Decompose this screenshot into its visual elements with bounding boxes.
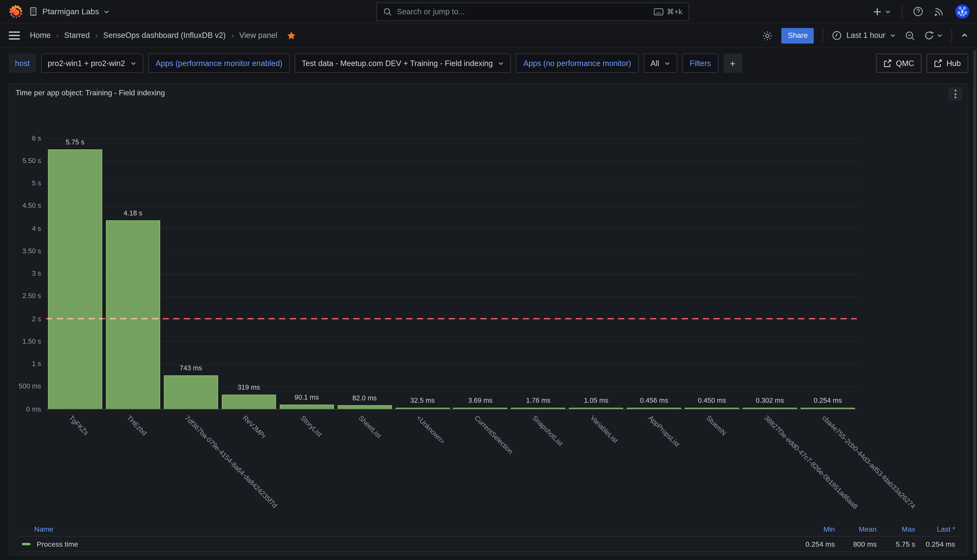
chart-legend: Name Min Mean Max Last * Process time 0.… — [19, 522, 959, 552]
bar[interactable] — [164, 375, 218, 409]
bar[interactable] — [395, 407, 450, 409]
bar[interactable] — [106, 220, 160, 409]
breadcrumb-bar: Home › Starred › SenseOps dashboard (Inf… — [0, 23, 977, 48]
legend-name-header[interactable]: Name — [34, 525, 54, 533]
series-color-swatch — [22, 543, 30, 545]
host-variable-dropdown[interactable]: pro2-win1 + pro2-win2 — [41, 53, 143, 73]
refresh-icon — [924, 30, 934, 40]
bar[interactable] — [511, 408, 565, 409]
breadcrumb-starred[interactable]: Starred — [64, 31, 90, 40]
bar-value-label: 1.76 ms — [510, 397, 566, 404]
help-icon — [913, 6, 923, 17]
org-switcher[interactable]: Ptarmigan Labs — [28, 7, 110, 16]
x-axis-label: StoryList — [299, 414, 324, 438]
qmc-link-button[interactable]: QMC — [876, 53, 922, 73]
nav-divider — [902, 5, 902, 18]
bar[interactable] — [222, 395, 276, 409]
rss-icon — [934, 6, 945, 17]
gear-icon — [762, 30, 773, 41]
organization-icon — [28, 7, 38, 16]
x-axis-label: 7df367ba-079e-4154-8a64-da8424235f7d — [184, 414, 279, 509]
gridline — [46, 161, 857, 162]
panel-toolbar: Share Last 1 hour — [762, 28, 969, 43]
x-axis-label: SnapshotList — [531, 414, 565, 447]
collapse-header-button[interactable] — [961, 32, 968, 39]
legend-max-header[interactable]: Max — [877, 525, 915, 533]
legend-last-header[interactable]: Last * — [915, 525, 955, 533]
bar[interactable] — [801, 408, 855, 409]
all-variable-dropdown[interactable]: All — [644, 53, 677, 73]
breadcrumb-home[interactable]: Home — [30, 31, 50, 40]
search-input[interactable] — [397, 7, 649, 16]
share-button[interactable]: Share — [782, 28, 814, 43]
breadcrumb-separator: › — [231, 32, 234, 39]
legend-mean-header[interactable]: Mean — [835, 525, 877, 533]
zoom-out-button[interactable] — [905, 30, 915, 41]
help-button[interactable] — [913, 6, 923, 17]
refresh-button[interactable] — [924, 30, 943, 40]
breadcrumb-view-panel: View panel — [239, 31, 277, 40]
search-bar[interactable]: ⌘+k — [376, 2, 689, 21]
bar[interactable] — [685, 408, 739, 409]
bar-value-label: 1.05 ms — [568, 397, 624, 404]
app-variable-dropdown[interactable]: Test data - Meetup.com DEV + Training - … — [295, 53, 511, 73]
page-scrollbar[interactable] — [973, 50, 976, 554]
bar-value-label: 319 ms — [221, 383, 277, 391]
bar[interactable] — [279, 405, 334, 409]
grafana-logo-icon[interactable] — [9, 5, 22, 18]
bar[interactable] — [453, 408, 507, 409]
series-min-value: 0.254 ms — [786, 540, 835, 548]
bar-value-label: 90.1 ms — [279, 394, 335, 401]
y-axis-tick-label: 1.50 s — [9, 337, 41, 345]
chevron-down-icon — [130, 60, 136, 66]
breadcrumb: Home › Starred › SenseOps dashboard (Inf… — [30, 31, 296, 40]
x-axis-label: VariableList — [589, 414, 619, 444]
time-range-picker[interactable]: Last 1 hour — [832, 30, 896, 40]
bar-value-label: 743 ms — [163, 364, 219, 372]
menu-toggle[interactable] — [9, 31, 20, 40]
chevron-down-icon — [664, 60, 670, 66]
apps-no-perf-monitor-button[interactable]: Apps (no performance monitor) — [516, 53, 639, 73]
bar[interactable] — [48, 149, 102, 409]
series-mean-value: 800 ms — [835, 540, 877, 548]
new-dropdown[interactable] — [872, 7, 891, 17]
external-link-icon — [883, 59, 892, 67]
series-name[interactable]: Process time — [37, 540, 78, 548]
top-nav: Ptarmigan Labs ⌘+k — [0, 0, 977, 23]
bar[interactable] — [743, 408, 797, 409]
y-axis-tick-label: 2 s — [9, 315, 41, 322]
news-button[interactable] — [934, 6, 945, 17]
gridline — [46, 341, 857, 342]
y-axis-tick-label: 4 s — [9, 225, 41, 232]
legend-stat-headers: Min Mean Max Last * — [786, 525, 959, 533]
y-axis-tick-label: 5 s — [9, 179, 41, 187]
user-avatar[interactable] — [955, 4, 970, 18]
favorite-star-icon[interactable] — [286, 31, 296, 40]
bar[interactable] — [338, 405, 391, 409]
y-axis-tick-label: 3 s — [9, 270, 41, 277]
legend-header: Name Min Mean Max Last * — [19, 522, 959, 536]
chart-plot: 0 ms500 ms1 s1.50 s2 s2.50 s3 s3.50 s4 s… — [9, 84, 968, 555]
legend-row[interactable]: Process time 0.254 ms 800 ms 5.75 s 0.25… — [19, 536, 959, 552]
hamburger-icon — [9, 31, 20, 40]
toolbar-divider — [952, 28, 952, 42]
gridline — [46, 228, 857, 229]
add-filter-button[interactable]: + — [723, 53, 742, 73]
legend-stat-values: 0.254 ms 800 ms 5.75 s 0.254 ms — [786, 540, 959, 548]
host-variable-label: host — [9, 53, 36, 73]
bar-value-label: 0.450 ms — [684, 397, 740, 404]
dashboard-settings-button[interactable] — [762, 30, 773, 41]
breadcrumb-separator: › — [56, 32, 59, 39]
gridline — [46, 138, 857, 139]
chevron-down-icon — [885, 8, 891, 15]
legend-min-header[interactable]: Min — [786, 525, 835, 533]
bar-value-label: 0.302 ms — [742, 397, 798, 404]
bar-value-label: 4.18 s — [105, 209, 161, 217]
filters-button[interactable]: Filters — [682, 53, 718, 73]
bar[interactable] — [569, 408, 623, 409]
bar[interactable] — [627, 408, 681, 409]
breadcrumb-dashboard[interactable]: SenseOps dashboard (InfluxDB v2) — [103, 31, 226, 40]
plus-icon — [872, 7, 882, 17]
apps-perf-monitor-button[interactable]: Apps (performance monitor enabled) — [148, 53, 290, 73]
hub-link-button[interactable]: Hub — [927, 53, 969, 73]
